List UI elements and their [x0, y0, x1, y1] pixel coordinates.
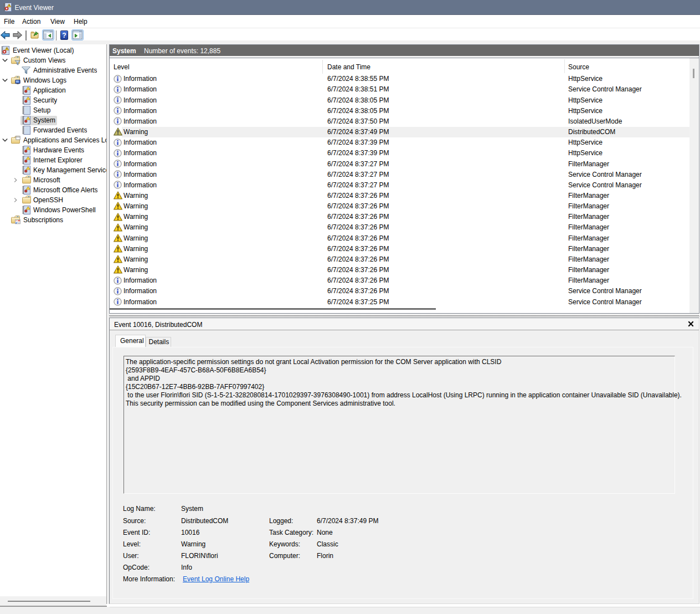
- svg-text:?: ?: [62, 31, 66, 39]
